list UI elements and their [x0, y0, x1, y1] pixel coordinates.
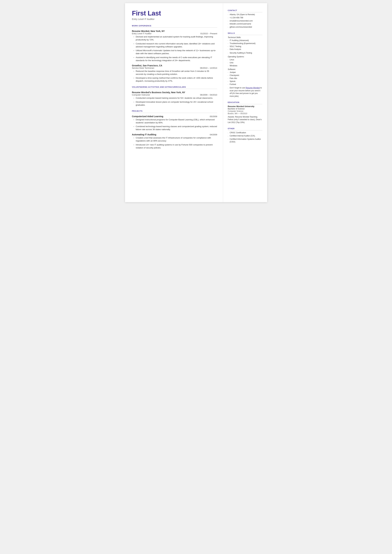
project-2-date: 04/2009 — [210, 133, 217, 136]
bullet-item: Conducted computer-based training sessio… — [133, 97, 217, 100]
contact-section: CONTACT Atlanta, GA (Open to Remote) +1-… — [228, 9, 262, 28]
other-section: OTHER CRISC Certification Certified Inte… — [228, 128, 262, 143]
skills-section: SKILLS Technical Skills: IT Auditing (Ad… — [228, 32, 262, 98]
bullet-item: Utilized Microsoft's Automatic Updates t… — [133, 49, 217, 55]
security-skills-list: Security Auditing & Testing — [228, 52, 262, 54]
project-2-row: Automating IT Auditing 04/2009 — [132, 133, 217, 136]
project-1-row: Computerized Aided Learning 05/2009 — [132, 115, 217, 118]
other-item: CRISC Certification — [228, 131, 262, 134]
technical-skills-list: IT Auditing (Advanced) Troubleshooting (… — [228, 39, 262, 51]
projects-header: PROJECTS — [132, 110, 217, 113]
bullet-item: Developed innovative lesson plans on com… — [133, 101, 217, 107]
volunteering-header: VOLUNTEERING ACTIVITIES AND EXTRACURRICU… — [132, 86, 217, 89]
edu-awards: Awards: Resume Worded Teaching Fellow (o… — [228, 116, 262, 124]
edu-degree: Bachelor of Science — [228, 108, 262, 110]
job-1: Resume Worded, New York, NY Entry Level … — [132, 30, 217, 62]
job-2: Growthsi, San Francisco, CA Service Desk… — [132, 64, 217, 83]
project-1-title: Computerized Aided Learning — [132, 115, 163, 118]
contact-item: github.com/resumeworded — [228, 26, 262, 28]
edu-school: Resume Worded University — [228, 105, 262, 108]
bullet-item: Devised and implemented an automated sys… — [133, 35, 217, 41]
left-column: First Last Entry Level IT Auditor WORK E… — [125, 3, 223, 202]
contact-item: linkedin.com/in/username — [228, 23, 262, 25]
job-1-dates: 01/2015 – Present — [200, 32, 217, 35]
work-experience-section: WORK EXPERIENCE Resume Worded, New York,… — [132, 25, 217, 83]
skill-item: IT Auditing (Advanced) — [228, 39, 262, 42]
skill-item: Security Auditing & Testing — [228, 52, 262, 54]
project-2: Automating IT Auditing 04/2009 Created a… — [132, 133, 217, 149]
skill-item: Juniper — [228, 71, 262, 74]
skill-item: Splunk — [228, 80, 262, 83]
skills-header: SKILLS — [228, 32, 262, 35]
bullet-item: Introduced 14+ new IT auditing systems i… — [133, 143, 217, 149]
contact-item: +1-234-456-789 — [228, 16, 262, 19]
contact-list: Atlanta, GA (Open to Remote) +1-234-456-… — [228, 13, 262, 28]
skills-note: Don't forget to use Resume Worded to sca… — [228, 87, 262, 98]
bullet-item: Combined technology-based learning class… — [133, 125, 217, 131]
education-section: EDUCATION Resume Worded University Bache… — [228, 101, 262, 124]
software-list: Juniper Checkpoint Palo Alto Splunk Fort… — [228, 71, 262, 86]
volunteering-section: VOLUNTEERING ACTIVITIES AND EXTRACURRICU… — [132, 86, 217, 107]
project-1: Computerized Aided Learning 05/2009 Desi… — [132, 115, 217, 131]
bullet-item: Reduced the baseline response time of Gr… — [133, 70, 217, 76]
other-item: Certified Information Systems Auditor (C… — [228, 138, 262, 143]
skill-item: SDLC Testing — [228, 45, 262, 48]
volunteer-dates: 06/2009 – 04/2010 — [200, 94, 217, 96]
edu-location: Boston, MA — 05/2010 — [228, 112, 262, 115]
skill-item: Windows — [228, 64, 262, 67]
resume-wrapper: First Last Entry Level IT Auditor WORK E… — [125, 3, 267, 202]
resume-name: First Last — [132, 9, 217, 17]
skill-item: Unix — [228, 61, 262, 64]
skill-item: Troubleshooting (Experienced) — [228, 42, 262, 45]
other-item: Certified Internal Auditor (CIA). — [228, 134, 262, 137]
job-2-bullets: Reduced the baseline response time of Gr… — [132, 70, 217, 83]
skill-item: Data Analysis — [228, 48, 262, 51]
work-experience-header: WORK EXPERIENCE — [132, 25, 217, 28]
job-2-row: Service Desk Technician 06/2010 – 12/201… — [132, 67, 217, 69]
project-1-bullets: Designed instructional programs for Comp… — [132, 118, 217, 131]
skill-item: Fortinet — [228, 83, 262, 86]
volunteer-bullets: Conducted computer-based training sessio… — [132, 97, 217, 107]
projects-section: PROJECTS Computerized Aided Learning 05/… — [132, 110, 217, 149]
technical-skills-label: Technical Skills: — [228, 36, 262, 39]
edu-field: Computer Science — [228, 110, 262, 112]
job-2-company: Growthsi, San Francisco, CA — [132, 64, 217, 67]
bullet-item: Designed instructional programs for Comp… — [133, 118, 217, 124]
bullet-item: Created a tool that assesses the IT infr… — [133, 136, 217, 142]
right-column: CONTACT Atlanta, GA (Open to Remote) +1-… — [223, 3, 267, 202]
volunteer-title: Computer Instructor — [132, 94, 150, 96]
resume-title: Entry Level IT Auditor — [132, 18, 217, 20]
job-1-company: Resume Worded, New York, NY — [132, 30, 217, 32]
skill-item: Checkpoint — [228, 74, 262, 77]
bullet-item: Conducted research into current informat… — [133, 42, 217, 48]
job-2-dates: 06/2010 – 12/2014 — [200, 67, 217, 69]
contact-item: email@resumeworded.com — [228, 20, 262, 22]
skill-item: Linux — [228, 58, 262, 61]
software-label: Software: — [228, 68, 262, 70]
job-1-title: Entry Level IT Auditor — [132, 32, 152, 35]
resume-worded-link[interactable]: Resume Worded — [246, 87, 260, 89]
project-2-bullets: Created a tool that assesses the IT infr… — [132, 136, 217, 149]
bullet-item: Developed a time-saving method that conf… — [133, 77, 217, 83]
job-1-bullets: Devised and implemented an automated sys… — [132, 35, 217, 62]
contact-header: CONTACT — [228, 9, 262, 12]
education-header: EDUCATION — [228, 101, 262, 104]
volunteer-row: Computer Instructor 06/2009 – 04/2010 — [132, 94, 217, 96]
contact-item: Atlanta, GA (Open to Remote) — [228, 13, 262, 16]
skill-item: Palo Alto — [228, 77, 262, 80]
volunteer-job-1: Resume Worded's Business Society, New Yo… — [132, 91, 217, 107]
other-list: CRISC Certification Certified Internal A… — [228, 131, 262, 143]
job-1-row: Entry Level IT Auditor 01/2015 – Present — [132, 32, 217, 35]
bullet-item: Assisted in identifying and resolving th… — [133, 56, 217, 62]
project-1-date: 05/2009 — [210, 115, 217, 118]
project-2-title: Automating IT Auditing — [132, 133, 156, 136]
other-header: OTHER — [228, 128, 262, 130]
os-label: Operating Systems: — [228, 56, 262, 58]
os-list: Linux Unix Windows — [228, 58, 262, 67]
job-2-title: Service Desk Technician — [132, 67, 154, 69]
volunteer-company: Resume Worded's Business Society, New Yo… — [132, 91, 217, 94]
